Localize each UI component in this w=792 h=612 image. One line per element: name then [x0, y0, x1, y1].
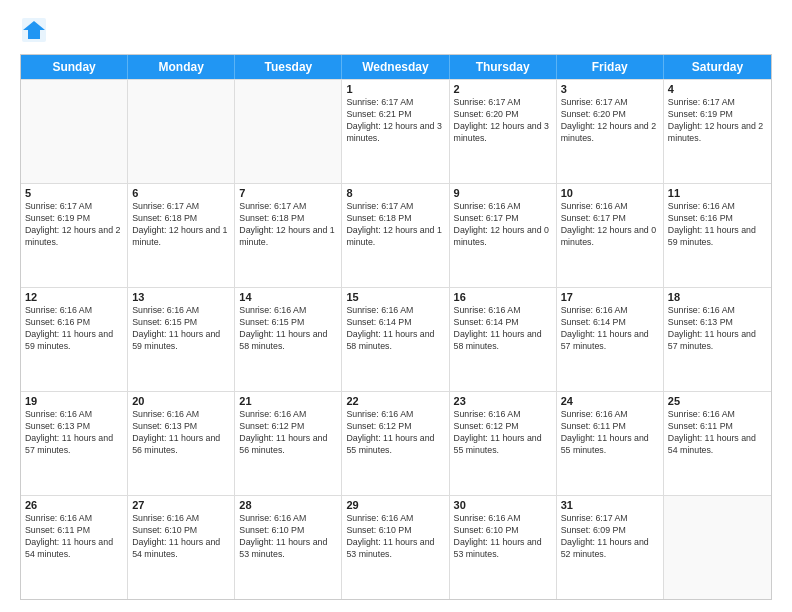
page: SundayMondayTuesdayWednesdayThursdayFrid…	[0, 0, 792, 612]
day-cell-6: 6Sunrise: 6:17 AM Sunset: 6:18 PM Daylig…	[128, 184, 235, 287]
day-number: 10	[561, 187, 659, 199]
day-number: 22	[346, 395, 444, 407]
day-number: 19	[25, 395, 123, 407]
calendar-week-2: 5Sunrise: 6:17 AM Sunset: 6:19 PM Daylig…	[21, 183, 771, 287]
day-number: 24	[561, 395, 659, 407]
calendar-header-row: SundayMondayTuesdayWednesdayThursdayFrid…	[21, 55, 771, 79]
day-number: 28	[239, 499, 337, 511]
day-cell-7: 7Sunrise: 6:17 AM Sunset: 6:18 PM Daylig…	[235, 184, 342, 287]
day-number: 13	[132, 291, 230, 303]
day-info: Sunrise: 6:16 AM Sunset: 6:11 PM Dayligh…	[561, 409, 659, 457]
header-day-wednesday: Wednesday	[342, 55, 449, 79]
day-cell-8: 8Sunrise: 6:17 AM Sunset: 6:18 PM Daylig…	[342, 184, 449, 287]
day-cell-15: 15Sunrise: 6:16 AM Sunset: 6:14 PM Dayli…	[342, 288, 449, 391]
day-cell-1: 1Sunrise: 6:17 AM Sunset: 6:21 PM Daylig…	[342, 80, 449, 183]
day-info: Sunrise: 6:16 AM Sunset: 6:12 PM Dayligh…	[346, 409, 444, 457]
day-info: Sunrise: 6:17 AM Sunset: 6:20 PM Dayligh…	[561, 97, 659, 145]
day-cell-11: 11Sunrise: 6:16 AM Sunset: 6:16 PM Dayli…	[664, 184, 771, 287]
day-cell-21: 21Sunrise: 6:16 AM Sunset: 6:12 PM Dayli…	[235, 392, 342, 495]
day-info: Sunrise: 6:16 AM Sunset: 6:13 PM Dayligh…	[25, 409, 123, 457]
day-info: Sunrise: 6:16 AM Sunset: 6:11 PM Dayligh…	[25, 513, 123, 561]
empty-cell	[664, 496, 771, 599]
day-number: 30	[454, 499, 552, 511]
day-number: 31	[561, 499, 659, 511]
day-cell-5: 5Sunrise: 6:17 AM Sunset: 6:19 PM Daylig…	[21, 184, 128, 287]
logo	[20, 16, 52, 44]
day-cell-14: 14Sunrise: 6:16 AM Sunset: 6:15 PM Dayli…	[235, 288, 342, 391]
day-info: Sunrise: 6:17 AM Sunset: 6:20 PM Dayligh…	[454, 97, 552, 145]
day-cell-17: 17Sunrise: 6:16 AM Sunset: 6:14 PM Dayli…	[557, 288, 664, 391]
day-info: Sunrise: 6:16 AM Sunset: 6:12 PM Dayligh…	[239, 409, 337, 457]
day-info: Sunrise: 6:16 AM Sunset: 6:10 PM Dayligh…	[346, 513, 444, 561]
calendar-body: 1Sunrise: 6:17 AM Sunset: 6:21 PM Daylig…	[21, 79, 771, 599]
day-number: 29	[346, 499, 444, 511]
day-cell-16: 16Sunrise: 6:16 AM Sunset: 6:14 PM Dayli…	[450, 288, 557, 391]
day-number: 9	[454, 187, 552, 199]
day-number: 2	[454, 83, 552, 95]
calendar-week-4: 19Sunrise: 6:16 AM Sunset: 6:13 PM Dayli…	[21, 391, 771, 495]
day-number: 15	[346, 291, 444, 303]
day-info: Sunrise: 6:16 AM Sunset: 6:15 PM Dayligh…	[239, 305, 337, 353]
day-number: 20	[132, 395, 230, 407]
calendar: SundayMondayTuesdayWednesdayThursdayFrid…	[20, 54, 772, 600]
day-cell-3: 3Sunrise: 6:17 AM Sunset: 6:20 PM Daylig…	[557, 80, 664, 183]
day-number: 12	[25, 291, 123, 303]
day-number: 14	[239, 291, 337, 303]
day-info: Sunrise: 6:16 AM Sunset: 6:13 PM Dayligh…	[668, 305, 767, 353]
day-info: Sunrise: 6:16 AM Sunset: 6:17 PM Dayligh…	[454, 201, 552, 249]
empty-cell	[21, 80, 128, 183]
header-day-saturday: Saturday	[664, 55, 771, 79]
day-number: 5	[25, 187, 123, 199]
day-cell-18: 18Sunrise: 6:16 AM Sunset: 6:13 PM Dayli…	[664, 288, 771, 391]
day-info: Sunrise: 6:16 AM Sunset: 6:10 PM Dayligh…	[132, 513, 230, 561]
day-number: 27	[132, 499, 230, 511]
day-number: 21	[239, 395, 337, 407]
header-day-monday: Monday	[128, 55, 235, 79]
day-info: Sunrise: 6:16 AM Sunset: 6:10 PM Dayligh…	[239, 513, 337, 561]
day-info: Sunrise: 6:17 AM Sunset: 6:09 PM Dayligh…	[561, 513, 659, 561]
header-day-sunday: Sunday	[21, 55, 128, 79]
day-info: Sunrise: 6:17 AM Sunset: 6:21 PM Dayligh…	[346, 97, 444, 145]
day-info: Sunrise: 6:16 AM Sunset: 6:13 PM Dayligh…	[132, 409, 230, 457]
day-number: 25	[668, 395, 767, 407]
day-number: 16	[454, 291, 552, 303]
day-info: Sunrise: 6:17 AM Sunset: 6:18 PM Dayligh…	[132, 201, 230, 249]
day-info: Sunrise: 6:16 AM Sunset: 6:15 PM Dayligh…	[132, 305, 230, 353]
day-cell-20: 20Sunrise: 6:16 AM Sunset: 6:13 PM Dayli…	[128, 392, 235, 495]
day-cell-26: 26Sunrise: 6:16 AM Sunset: 6:11 PM Dayli…	[21, 496, 128, 599]
day-info: Sunrise: 6:16 AM Sunset: 6:11 PM Dayligh…	[668, 409, 767, 457]
header-day-tuesday: Tuesday	[235, 55, 342, 79]
day-number: 7	[239, 187, 337, 199]
day-cell-2: 2Sunrise: 6:17 AM Sunset: 6:20 PM Daylig…	[450, 80, 557, 183]
day-cell-24: 24Sunrise: 6:16 AM Sunset: 6:11 PM Dayli…	[557, 392, 664, 495]
day-cell-31: 31Sunrise: 6:17 AM Sunset: 6:09 PM Dayli…	[557, 496, 664, 599]
empty-cell	[128, 80, 235, 183]
day-number: 23	[454, 395, 552, 407]
day-number: 26	[25, 499, 123, 511]
calendar-week-5: 26Sunrise: 6:16 AM Sunset: 6:11 PM Dayli…	[21, 495, 771, 599]
calendar-week-1: 1Sunrise: 6:17 AM Sunset: 6:21 PM Daylig…	[21, 79, 771, 183]
day-cell-10: 10Sunrise: 6:16 AM Sunset: 6:17 PM Dayli…	[557, 184, 664, 287]
day-cell-28: 28Sunrise: 6:16 AM Sunset: 6:10 PM Dayli…	[235, 496, 342, 599]
header-day-thursday: Thursday	[450, 55, 557, 79]
day-cell-4: 4Sunrise: 6:17 AM Sunset: 6:19 PM Daylig…	[664, 80, 771, 183]
day-number: 8	[346, 187, 444, 199]
day-number: 1	[346, 83, 444, 95]
day-info: Sunrise: 6:17 AM Sunset: 6:19 PM Dayligh…	[668, 97, 767, 145]
day-number: 6	[132, 187, 230, 199]
day-cell-22: 22Sunrise: 6:16 AM Sunset: 6:12 PM Dayli…	[342, 392, 449, 495]
empty-cell	[235, 80, 342, 183]
day-info: Sunrise: 6:16 AM Sunset: 6:17 PM Dayligh…	[561, 201, 659, 249]
header-day-friday: Friday	[557, 55, 664, 79]
day-info: Sunrise: 6:17 AM Sunset: 6:19 PM Dayligh…	[25, 201, 123, 249]
day-cell-12: 12Sunrise: 6:16 AM Sunset: 6:16 PM Dayli…	[21, 288, 128, 391]
day-cell-27: 27Sunrise: 6:16 AM Sunset: 6:10 PM Dayli…	[128, 496, 235, 599]
day-cell-13: 13Sunrise: 6:16 AM Sunset: 6:15 PM Dayli…	[128, 288, 235, 391]
day-number: 17	[561, 291, 659, 303]
day-cell-23: 23Sunrise: 6:16 AM Sunset: 6:12 PM Dayli…	[450, 392, 557, 495]
day-cell-9: 9Sunrise: 6:16 AM Sunset: 6:17 PM Daylig…	[450, 184, 557, 287]
day-number: 11	[668, 187, 767, 199]
day-cell-29: 29Sunrise: 6:16 AM Sunset: 6:10 PM Dayli…	[342, 496, 449, 599]
day-number: 3	[561, 83, 659, 95]
day-cell-25: 25Sunrise: 6:16 AM Sunset: 6:11 PM Dayli…	[664, 392, 771, 495]
